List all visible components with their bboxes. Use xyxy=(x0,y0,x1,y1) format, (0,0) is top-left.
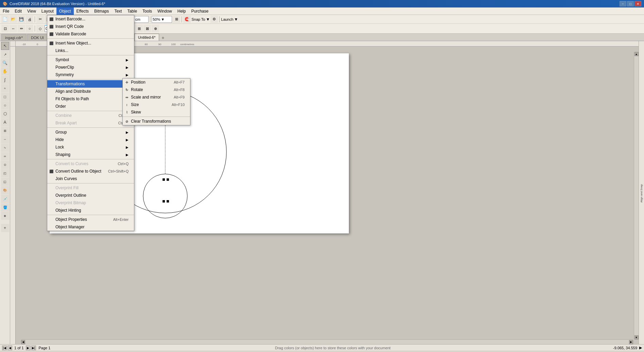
menu-table[interactable]: Table xyxy=(124,7,140,15)
menu-tools[interactable]: Tools xyxy=(140,7,155,15)
menu-edit[interactable]: Edit xyxy=(12,7,24,15)
tool-text[interactable]: A xyxy=(1,118,9,126)
tool-contour[interactable]: ⊙ xyxy=(1,161,9,169)
tool-add[interactable]: + xyxy=(1,224,9,232)
menu-shaping[interactable]: Shaping ▶ xyxy=(47,151,134,158)
tool-artistic[interactable]: ≈ xyxy=(1,84,9,92)
vscroll-down[interactable]: ▼ xyxy=(634,335,639,339)
cut-button[interactable]: ✂ xyxy=(36,16,44,23)
tab-add-button[interactable]: + xyxy=(160,35,166,41)
tab-untitled6[interactable]: Untitled-6* xyxy=(134,34,159,41)
save-button[interactable]: 💾 xyxy=(18,16,25,23)
tool-dimension[interactable]: ↔ xyxy=(1,135,9,143)
menu-symmetry[interactable]: Symmetry ▶ xyxy=(47,71,134,78)
submenu-rotate[interactable]: ↻ Rotate Alt+F8 xyxy=(123,86,190,93)
zoom-dropdown[interactable]: 50% ▼ xyxy=(152,16,172,23)
tool-zoom[interactable]: 🔍 xyxy=(1,59,9,67)
menu-align-distribute[interactable]: Align and Distribute ▶ xyxy=(47,88,134,95)
vscroll[interactable]: ▲ ▼ xyxy=(634,52,639,339)
menu-overprint-outline[interactable]: Overprint Outline xyxy=(47,192,134,199)
menu-insert-new-object[interactable]: ⬛ Insert New Object... xyxy=(47,39,134,47)
tool-fill[interactable]: 🪣 xyxy=(1,203,9,211)
tool-polygon[interactable]: ⬡ xyxy=(1,110,9,118)
menu-bitmaps[interactable]: Bitmaps xyxy=(91,7,112,15)
menu-object-hinting[interactable]: Object Hinting xyxy=(47,207,134,214)
transform-btn[interactable]: ↔ xyxy=(10,25,17,32)
menu-object[interactable]: Object xyxy=(56,7,74,15)
menu-join-curves[interactable]: Join Curves xyxy=(47,175,134,182)
tool-pan[interactable]: ✋ xyxy=(1,67,9,75)
tool-node[interactable]: ↗ xyxy=(1,50,9,58)
menu-validate-barcode[interactable]: ⬛ Validate Barcode xyxy=(47,30,134,38)
submenu-scale-mirror[interactable]: ⇔ Scale and mirror Alt+F9 xyxy=(123,93,190,101)
submenu-clear-transformations[interactable]: ⊘ Clear Transformations xyxy=(123,118,190,125)
hscroll-right[interactable]: ▶ xyxy=(629,340,633,344)
group-label: Group xyxy=(55,130,67,135)
menu-convert-outline[interactable]: ⬛ Convert Outline to Object Ctrl+Shift+Q xyxy=(47,168,134,175)
zoom-to-fit[interactable]: ⊞ xyxy=(173,16,180,23)
menu-insert-qr[interactable]: ⬛ Insert QR Code xyxy=(47,23,134,30)
tool-ellipse[interactable]: ○ xyxy=(1,101,9,109)
select-all-btn[interactable]: ⊡ xyxy=(1,25,9,32)
snap-icon[interactable]: 🧲 xyxy=(183,16,191,23)
menu-effects[interactable]: Effects xyxy=(74,7,91,15)
tool-shadow[interactable]: ◰ xyxy=(1,169,9,177)
menu-object-properties[interactable]: Object Properties Alt+Enter xyxy=(47,216,134,223)
submenu-size[interactable]: ↕ Size Alt+F10 xyxy=(123,101,190,108)
menu-object-manager[interactable]: Object Manager xyxy=(47,223,134,231)
snap-arrow[interactable]: ▼ xyxy=(206,17,210,22)
prev-page-btn[interactable]: ◀ xyxy=(7,346,12,350)
last-page-btn[interactable]: ▶| xyxy=(31,346,36,350)
menu-links[interactable]: Links... xyxy=(47,47,134,54)
menu-group[interactable]: Group ▶ xyxy=(47,128,134,136)
add-node-btn[interactable]: ⊕ xyxy=(152,25,159,32)
maximize-button[interactable]: □ xyxy=(627,1,634,6)
tool-transparency[interactable]: ◱ xyxy=(1,178,9,186)
menu-insert-barcode[interactable]: ⬛ Insert Barcode... xyxy=(47,15,134,23)
tool-curve[interactable]: ∫ xyxy=(1,76,9,84)
tool-table[interactable]: ⊞ xyxy=(1,127,9,135)
tool-colorstyle[interactable]: 🎨 xyxy=(1,186,9,194)
minimize-button[interactable]: − xyxy=(620,1,626,6)
hscroll-left[interactable]: ◀ xyxy=(21,340,25,344)
tool-connector[interactable]: ⤷ xyxy=(1,144,9,152)
menu-fit-to-path[interactable]: Fit Objects to Path xyxy=(47,95,134,103)
menu-text[interactable]: Text xyxy=(112,7,124,15)
submenu-skew[interactable]: ⌇ Skew xyxy=(123,108,190,116)
launch-arrow[interactable]: ▼ xyxy=(234,17,238,22)
menu-window[interactable]: Window xyxy=(155,7,175,15)
outline-icon[interactable]: ◇ xyxy=(36,25,44,32)
first-page-btn[interactable]: |◀ xyxy=(2,346,7,350)
tool-blend[interactable]: ∞ xyxy=(1,152,9,160)
menu-symbol[interactable]: Symbol ▶ xyxy=(47,56,134,64)
tool-rect[interactable]: □ xyxy=(1,93,9,101)
menu-file[interactable]: File xyxy=(0,7,12,15)
tab-ingagi[interactable]: ingagi.cdr* xyxy=(1,34,27,41)
close-button[interactable]: ✕ xyxy=(634,1,641,6)
freehand-btn[interactable]: ✏ xyxy=(18,25,25,32)
menu-layout[interactable]: Layout xyxy=(39,7,56,15)
tool-eyedropper[interactable]: 💉 xyxy=(1,195,9,203)
tab-dok[interactable]: DOK UI xyxy=(27,34,48,41)
next-page-btn[interactable]: ▶ xyxy=(26,346,31,350)
print-button[interactable]: 🖨 xyxy=(26,16,33,23)
menu-view[interactable]: View xyxy=(24,7,39,15)
circle-btn[interactable]: ○ xyxy=(26,25,33,32)
hscroll[interactable]: ◀ ▶ xyxy=(21,339,633,344)
submenu-position[interactable]: ✛ Position Alt+F7 xyxy=(123,78,190,86)
tool-smart-fill[interactable]: ◈ xyxy=(1,212,9,220)
menu-transformations[interactable]: Transformations ▶ xyxy=(47,80,134,88)
open-button[interactable]: 📂 xyxy=(10,16,17,23)
menu-order[interactable]: Order ▶ xyxy=(47,103,134,110)
menu-help[interactable]: Help xyxy=(175,7,189,15)
menu-lock[interactable]: Lock ▶ xyxy=(47,143,134,151)
menu-hide[interactable]: Hide ▶ xyxy=(47,136,134,143)
menu-powerclip[interactable]: PowerClip ▶ xyxy=(47,64,134,71)
tool-select[interactable]: ↖ xyxy=(1,42,9,50)
vscroll-up[interactable]: ▲ xyxy=(634,52,639,56)
new-button[interactable]: 📄 xyxy=(1,16,9,23)
overprint-btn[interactable]: ⊠ xyxy=(143,25,151,32)
menu-purchase[interactable]: Purchase xyxy=(188,7,211,15)
scale-with-btn[interactable]: ⊞ xyxy=(135,25,143,32)
settings-button[interactable]: ⚙ xyxy=(210,16,218,23)
